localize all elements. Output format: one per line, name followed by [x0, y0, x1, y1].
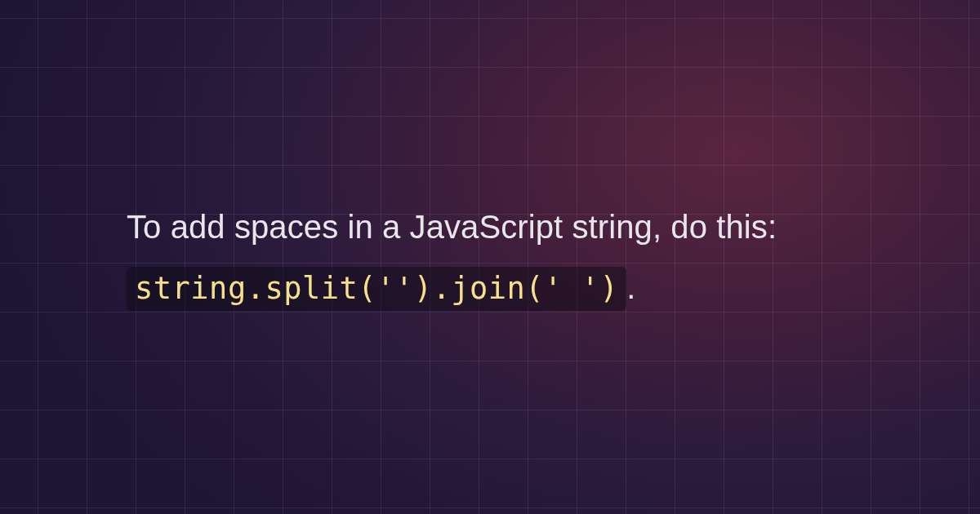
text-before-code: To add spaces in a JavaScript string, do…: [127, 209, 777, 245]
code-snippet: string.split('').join(' '): [127, 267, 626, 311]
text-after-code: .: [626, 269, 635, 305]
instruction-text: To add spaces in a JavaScript string, do…: [127, 197, 853, 317]
content-container: To add spaces in a JavaScript string, do…: [0, 0, 980, 514]
